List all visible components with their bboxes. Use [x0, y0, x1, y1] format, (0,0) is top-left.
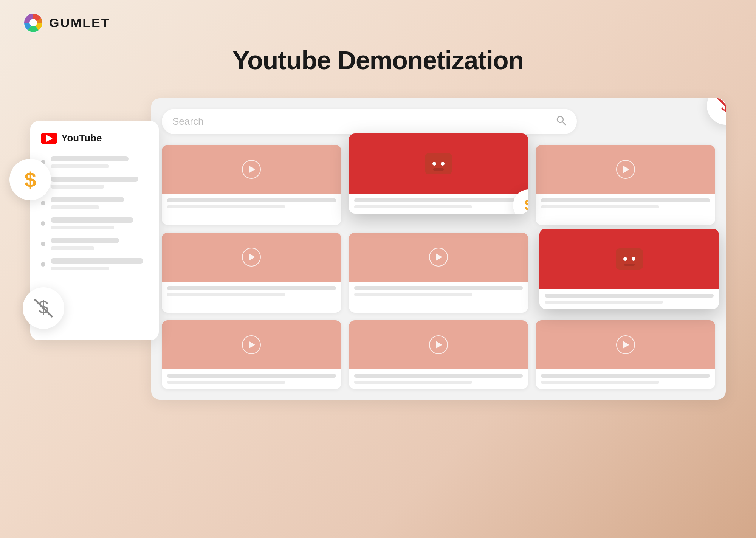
- video-title-line: [541, 198, 710, 202]
- sidebar-item: [41, 258, 148, 270]
- no-dollar-icon-left: $: [32, 297, 55, 319]
- sidebar-dot: [41, 242, 45, 246]
- video-subtitle-line: [167, 293, 285, 296]
- video-title-line: [354, 374, 523, 378]
- sidebar-lines: [51, 238, 148, 250]
- youtube-brand-text: YouTube: [61, 132, 102, 144]
- video-title-line: [545, 294, 714, 298]
- play-triangle: [249, 166, 255, 173]
- play-triangle: [623, 341, 629, 349]
- video-subtitle-line: [354, 293, 472, 296]
- play-button: [429, 248, 448, 267]
- video-info: [349, 194, 528, 214]
- robot-eye-right: [441, 162, 445, 166]
- video-subtitle-line: [354, 205, 472, 208]
- play-triangle: [623, 166, 629, 173]
- sidebar-dot: [41, 201, 45, 205]
- video-thumbnail: [162, 233, 341, 282]
- sidebar-lines: [51, 177, 148, 189]
- robot-mouth-2: [624, 264, 635, 266]
- sidebar-item: [41, 156, 148, 168]
- play-button: [616, 160, 635, 179]
- video-title-line: [354, 286, 523, 290]
- sidebar-dot: [41, 262, 45, 267]
- sidebar-line-bottom: [51, 226, 114, 229]
- play-button: [242, 248, 261, 267]
- video-card: [162, 320, 341, 389]
- video-title-line: [354, 198, 523, 202]
- sidebar-dot: [41, 221, 45, 226]
- video-info: [536, 194, 715, 214]
- video-thumbnail: [162, 320, 341, 369]
- svg-line-7: [562, 122, 565, 125]
- sidebar-lines: [51, 156, 148, 168]
- sidebar-line-bottom: [51, 164, 109, 168]
- play-button: [429, 335, 448, 354]
- sidebar-item: [41, 217, 148, 229]
- sidebar-panel: $ $ YouTube: [30, 121, 159, 340]
- gumlet-brand-name: GUMLET: [49, 16, 110, 30]
- sidebar-line-top: [51, 217, 133, 223]
- sidebar-lines: [51, 217, 148, 229]
- play-triangle: [436, 341, 442, 349]
- search-placeholder-text: Search: [172, 116, 203, 127]
- page-title: Youtube Demonetization: [0, 45, 756, 75]
- video-subtitle-line: [167, 205, 285, 208]
- sidebar-line-bottom: [51, 267, 109, 270]
- sidebar-item: [41, 238, 148, 250]
- sidebar-line-bottom: [51, 246, 94, 250]
- youtube-grid-panel: $ Search: [151, 98, 726, 400]
- gumlet-logo-icon: [23, 12, 44, 33]
- robot-eye-left-2: [623, 257, 627, 261]
- video-card: [349, 320, 528, 389]
- search-bar[interactable]: Search: [162, 109, 577, 134]
- sidebar-line-top: [51, 177, 138, 182]
- sidebar-item: [41, 177, 148, 189]
- sidebar-line-top: [51, 156, 129, 161]
- video-grid: $: [162, 145, 715, 389]
- sidebar-line-bottom: [51, 185, 104, 189]
- youtube-play-triangle: [46, 135, 53, 142]
- badge-nodollar-left: $: [23, 287, 64, 329]
- video-thumbnail: [162, 145, 341, 194]
- robot-mouth: [433, 168, 444, 171]
- robot-face: [425, 153, 452, 174]
- svg-point-1: [29, 19, 37, 26]
- play-triangle: [249, 341, 255, 349]
- video-subtitle-line: [541, 381, 659, 384]
- video-info: [162, 282, 341, 301]
- play-button: [616, 335, 635, 354]
- sidebar-line-top: [51, 238, 119, 243]
- robot-eye-right-2: [632, 257, 635, 261]
- video-title-line: [167, 286, 336, 290]
- video-subtitle-line: [354, 381, 472, 384]
- video-thumbnail: [349, 233, 528, 282]
- video-title-line: [541, 374, 710, 378]
- sidebar-item: [41, 197, 148, 209]
- video-subtitle-line: [167, 381, 285, 384]
- sidebar-line-bottom: [51, 205, 99, 209]
- video-info: [539, 289, 719, 309]
- video-thumbnail-demonetized: [349, 133, 528, 194]
- sad-robot-icon-2: [616, 248, 643, 270]
- video-subtitle-line: [545, 301, 663, 304]
- sidebar-lines: [51, 197, 148, 209]
- sad-robot-icon: [425, 153, 452, 174]
- video-thumbnail: [536, 145, 715, 194]
- video-info: [162, 194, 341, 214]
- header: GUMLET: [23, 12, 110, 33]
- youtube-icon: [41, 133, 57, 144]
- badge-dollar-left: $: [9, 159, 51, 200]
- badge-nodollar-right: $: [707, 98, 726, 125]
- video-card: [536, 145, 715, 225]
- video-card-featured: $: [349, 133, 528, 214]
- video-subtitle-line: [541, 205, 659, 208]
- video-thumbnail: [536, 320, 715, 369]
- video-title-line: [167, 374, 336, 378]
- play-triangle: [436, 253, 442, 261]
- video-info: [162, 369, 341, 389]
- video-card: [349, 233, 528, 313]
- search-icon: [556, 115, 566, 128]
- video-info: [349, 369, 528, 389]
- video-info: [536, 369, 715, 389]
